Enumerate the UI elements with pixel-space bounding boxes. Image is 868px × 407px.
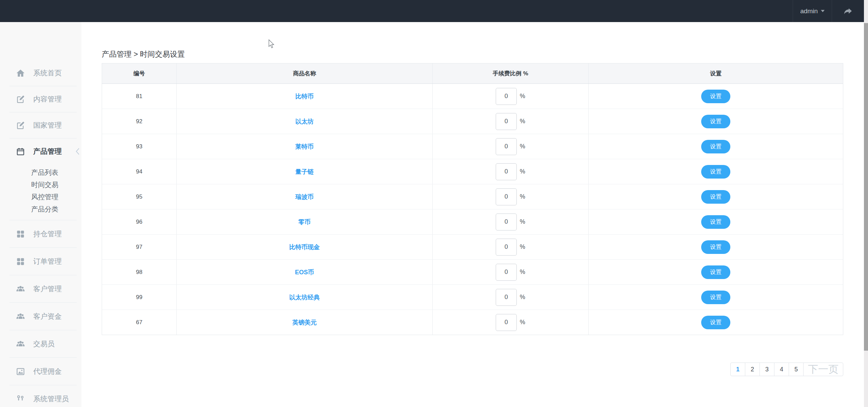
set-button[interactable]: 设置 bbox=[701, 316, 730, 329]
page-button-1[interactable]: 1 bbox=[730, 363, 745, 376]
topbar: admin bbox=[0, 0, 868, 22]
edit-icon bbox=[16, 121, 25, 130]
sidebar-item-label: 系统管理员 bbox=[33, 394, 69, 404]
table-row: 95 瑞波币 % 设置 bbox=[102, 184, 843, 209]
product-submenu: 产品列表 时间交易 风控管理 产品分类 bbox=[0, 164, 81, 220]
header-cell-settings: 设置 bbox=[589, 63, 843, 84]
product-link[interactable]: 莱特币 bbox=[295, 143, 314, 151]
product-link[interactable]: 量子链 bbox=[295, 168, 314, 176]
products-table: 编号 商品名称 手续费比例 % 设置 81 比特币 % 设置 92 以太坊 % … bbox=[102, 63, 843, 335]
sidebar-item-content-mgmt[interactable]: 内容管理 bbox=[0, 86, 81, 112]
percent-label: % bbox=[520, 294, 525, 301]
fee-input[interactable] bbox=[496, 163, 517, 180]
percent-label: % bbox=[520, 168, 525, 175]
id-cell: 93 bbox=[102, 134, 177, 159]
main-content: 产品管理 > 时间交易设置 编号 商品名称 手续费比例 % 设置 81 比特币 … bbox=[81, 22, 864, 407]
table-header-row: 编号 商品名称 手续费比例 % 设置 bbox=[102, 63, 843, 84]
sidebar-item-label: 产品管理 bbox=[33, 147, 62, 156]
sidebar-item-label: 系统首页 bbox=[33, 68, 62, 78]
sidebar-subitem-time-trade[interactable]: 时间交易 bbox=[0, 179, 81, 191]
set-button[interactable]: 设置 bbox=[701, 240, 730, 254]
fee-input[interactable] bbox=[496, 188, 517, 205]
fee-input[interactable] bbox=[496, 88, 517, 105]
fee-input[interactable] bbox=[496, 264, 517, 281]
set-button[interactable]: 设置 bbox=[701, 190, 730, 204]
pagination: 1 2 3 4 5 下一页 bbox=[102, 363, 843, 376]
product-link[interactable]: 瑞波币 bbox=[295, 193, 314, 201]
fee-input[interactable] bbox=[496, 138, 517, 155]
sidebar-item-label: 代理佣金 bbox=[33, 367, 62, 376]
set-button[interactable]: 设置 bbox=[701, 291, 730, 304]
id-cell: 67 bbox=[102, 310, 177, 335]
id-cell: 95 bbox=[102, 184, 177, 209]
sidebar-item-label: 持仓管理 bbox=[33, 229, 62, 239]
sidebar-item-customer-mgmt[interactable]: 客户管理 bbox=[0, 275, 81, 302]
sidebar-subitem-product-list[interactable]: 产品列表 bbox=[0, 166, 81, 179]
product-link[interactable]: 零币 bbox=[298, 218, 311, 226]
grid-icon bbox=[16, 257, 25, 266]
edit-icon bbox=[16, 95, 25, 104]
percent-label: % bbox=[520, 319, 525, 326]
admin-app: admin 系统首页 内容管理 bbox=[0, 0, 868, 407]
page-scrollbar-thumb[interactable] bbox=[864, 23, 868, 351]
product-link[interactable]: 以太坊经典 bbox=[289, 293, 320, 301]
sidebar-item-system-admin[interactable]: 系统管理员 bbox=[0, 385, 81, 407]
sidebar-item-label: 国家管理 bbox=[33, 121, 62, 130]
sidebar-item-product-mgmt[interactable]: 产品管理 bbox=[0, 138, 81, 164]
id-cell: 94 bbox=[102, 159, 177, 184]
product-link[interactable]: EOS币 bbox=[295, 268, 314, 276]
set-button[interactable]: 设置 bbox=[701, 165, 730, 179]
product-link[interactable]: 比特币现金 bbox=[289, 243, 320, 251]
keys-icon bbox=[16, 394, 25, 404]
caret-down-icon bbox=[821, 10, 825, 12]
percent-label: % bbox=[520, 269, 525, 276]
page-button-3[interactable]: 3 bbox=[760, 363, 774, 376]
user-menu[interactable]: admin bbox=[793, 0, 832, 22]
product-link[interactable]: 英镑美元 bbox=[292, 318, 317, 327]
page-button-4[interactable]: 4 bbox=[774, 363, 789, 376]
breadcrumb: 产品管理 > 时间交易设置 bbox=[102, 49, 185, 59]
next-page-button[interactable]: 下一页 bbox=[803, 363, 843, 376]
percent-label: % bbox=[520, 218, 525, 225]
set-button[interactable]: 设置 bbox=[701, 265, 730, 279]
product-link[interactable]: 以太坊 bbox=[295, 117, 314, 126]
fee-input[interactable] bbox=[496, 113, 517, 130]
table-row: 92 以太坊 % 设置 bbox=[102, 109, 843, 134]
id-cell: 96 bbox=[102, 209, 177, 234]
fee-input[interactable] bbox=[496, 289, 517, 306]
id-cell: 99 bbox=[102, 285, 177, 310]
set-button[interactable]: 设置 bbox=[701, 115, 730, 128]
users-icon bbox=[16, 284, 25, 294]
sidebar-item-order-mgmt[interactable]: 订单管理 bbox=[0, 248, 81, 275]
share-arrow-icon bbox=[843, 7, 853, 16]
page-button-2[interactable]: 2 bbox=[745, 363, 760, 376]
product-link[interactable]: 比特币 bbox=[295, 92, 314, 100]
sidebar-item-trader[interactable]: 交易员 bbox=[0, 330, 81, 357]
sidebar-item-customer-funds[interactable]: 客户资金 bbox=[0, 303, 81, 330]
fee-input[interactable] bbox=[496, 239, 517, 256]
table-row: 99 以太坊经典 % 设置 bbox=[102, 285, 843, 310]
sidebar-subitem-product-category[interactable]: 产品分类 bbox=[0, 203, 81, 215]
page-button-5[interactable]: 5 bbox=[789, 363, 804, 376]
percent-label: % bbox=[520, 118, 525, 125]
table-row: 93 莱特币 % 设置 bbox=[102, 134, 843, 159]
sidebar-item-label: 订单管理 bbox=[33, 257, 62, 266]
fee-input[interactable] bbox=[496, 214, 517, 230]
table-row: 98 EOS币 % 设置 bbox=[102, 260, 843, 285]
sidebar-item-country-mgmt[interactable]: 国家管理 bbox=[0, 112, 81, 138]
users-icon bbox=[16, 312, 25, 321]
table-row: 97 比特币现金 % 设置 bbox=[102, 235, 843, 260]
fee-input[interactable] bbox=[496, 314, 517, 331]
id-cell: 92 bbox=[102, 109, 177, 134]
sidebar: 系统首页 内容管理 国家管理 bbox=[0, 22, 81, 407]
id-cell: 97 bbox=[102, 235, 177, 259]
id-cell: 81 bbox=[102, 84, 177, 109]
set-button[interactable]: 设置 bbox=[701, 90, 730, 103]
sidebar-item-system-home[interactable]: 系统首页 bbox=[0, 60, 81, 86]
sidebar-subitem-risk-mgmt[interactable]: 风控管理 bbox=[0, 191, 81, 203]
set-button[interactable]: 设置 bbox=[701, 215, 730, 229]
sidebar-item-agent-commission[interactable]: 代理佣金 bbox=[0, 358, 81, 385]
sidebar-item-position-mgmt[interactable]: 持仓管理 bbox=[0, 220, 81, 247]
share-button[interactable] bbox=[832, 0, 864, 22]
set-button[interactable]: 设置 bbox=[701, 140, 730, 153]
